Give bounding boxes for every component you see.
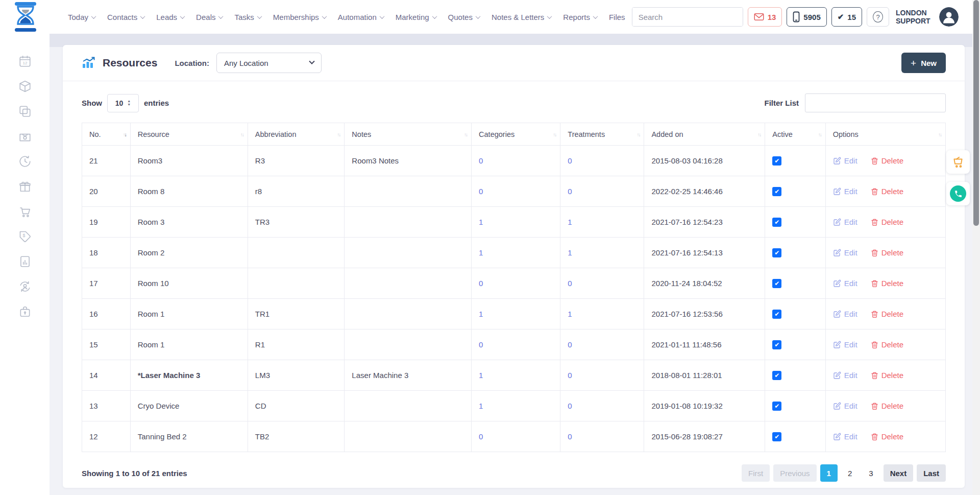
sidebar-item-calendar[interactable]: 12: [18, 54, 32, 68]
cell-treatments-link[interactable]: 0: [568, 156, 572, 165]
sidebar-item-products[interactable]: [18, 79, 32, 93]
column-header-options[interactable]: Options↑↓: [825, 123, 945, 146]
pagination-3[interactable]: 3: [862, 464, 879, 482]
phone-badge[interactable]: 5905: [787, 7, 826, 27]
delete-button[interactable]: Delete: [871, 371, 903, 380]
delete-button[interactable]: Delete: [871, 340, 903, 349]
active-checkbox[interactable]: ✔: [772, 371, 781, 380]
pagination-1[interactable]: 1: [820, 464, 838, 482]
sidebar-item-pricing[interactable]: $: [18, 229, 32, 243]
page-scrollbar[interactable]: [972, 0, 980, 495]
delete-button[interactable]: Delete: [871, 248, 903, 257]
active-checkbox[interactable]: ✔: [772, 279, 781, 288]
edit-button[interactable]: Edit: [833, 371, 857, 380]
delete-button[interactable]: Delete: [871, 310, 903, 318]
pagination-2[interactable]: 2: [841, 464, 859, 482]
column-header-abbreviation[interactable]: Abbreviation↑↓: [248, 123, 345, 146]
nav-item-memberships[interactable]: Memberships: [273, 13, 326, 21]
pagination-next[interactable]: Next: [884, 464, 914, 482]
nav-item-automation[interactable]: Automation: [338, 13, 384, 21]
mail-badge[interactable]: 13: [748, 7, 782, 27]
column-header-added-on[interactable]: Added on↑↓: [644, 123, 765, 146]
delete-button[interactable]: Delete: [871, 218, 903, 226]
active-checkbox[interactable]: ✔: [772, 187, 781, 196]
active-checkbox[interactable]: ✔: [772, 432, 781, 441]
active-checkbox[interactable]: ✔: [772, 248, 781, 257]
cell-categories-link[interactable]: 1: [479, 218, 483, 226]
delete-button[interactable]: Delete: [871, 279, 903, 288]
delete-button[interactable]: Delete: [871, 402, 903, 410]
edit-button[interactable]: Edit: [833, 279, 857, 288]
cell-treatments-link[interactable]: 0: [568, 187, 572, 196]
app-logo-icon[interactable]: [13, 2, 38, 32]
column-header-no-[interactable]: No.↑↓: [82, 123, 131, 146]
sidebar-item-shop[interactable]: [18, 204, 32, 218]
edit-button[interactable]: Edit: [833, 340, 857, 349]
cell-categories-link[interactable]: 0: [479, 156, 483, 165]
cell-categories-link[interactable]: 0: [479, 187, 483, 196]
column-header-resource[interactable]: Resource↑↓: [130, 123, 248, 146]
location-select[interactable]: Any Location: [216, 53, 322, 73]
edit-button[interactable]: Edit: [833, 248, 857, 257]
edit-button[interactable]: Edit: [833, 187, 857, 196]
cell-categories-link[interactable]: 1: [479, 248, 483, 257]
nav-item-contacts[interactable]: Contacts: [107, 13, 144, 21]
edit-button[interactable]: Edit: [833, 218, 857, 226]
delete-button[interactable]: Delete: [871, 187, 903, 196]
pagination-last[interactable]: Last: [917, 464, 946, 482]
nav-item-today[interactable]: Today: [68, 13, 95, 21]
edit-button[interactable]: Edit: [833, 310, 857, 318]
cell-treatments-link[interactable]: 0: [568, 402, 572, 410]
cell-categories-link[interactable]: 0: [479, 432, 483, 441]
pagination-previous[interactable]: Previous: [773, 464, 816, 482]
nav-item-reports[interactable]: Reports: [563, 13, 597, 21]
edit-button[interactable]: Edit: [833, 402, 857, 410]
sidebar-item-security[interactable]: [18, 304, 32, 318]
nav-item-tasks[interactable]: Tasks: [234, 13, 261, 21]
column-header-active[interactable]: Active↑↓: [765, 123, 825, 146]
new-button[interactable]: + New: [901, 53, 946, 73]
cell-treatments-link[interactable]: 1: [568, 310, 572, 318]
column-header-treatments[interactable]: Treatments↑↓: [560, 123, 644, 146]
column-header-notes[interactable]: Notes↑↓: [345, 123, 472, 146]
active-checkbox[interactable]: ✔: [772, 402, 781, 411]
cell-categories-link[interactable]: 0: [479, 340, 483, 349]
active-checkbox[interactable]: ✔: [772, 218, 781, 227]
pagination-first[interactable]: First: [742, 464, 770, 482]
cell-categories-link[interactable]: 0: [479, 279, 483, 288]
floating-cart-button[interactable]: [946, 150, 970, 174]
sidebar-item-vouchers[interactable]: [18, 129, 32, 143]
cell-categories-link[interactable]: 1: [479, 402, 483, 410]
cell-treatments-link[interactable]: 0: [568, 340, 572, 349]
nav-item-quotes[interactable]: Quotes: [448, 13, 480, 21]
nav-item-deals[interactable]: Deals: [196, 13, 223, 21]
edit-button[interactable]: Edit: [833, 432, 857, 441]
active-checkbox[interactable]: ✔: [772, 156, 781, 166]
nav-item-notes-letters[interactable]: Notes & Letters: [492, 13, 551, 21]
cell-categories-link[interactable]: 1: [479, 371, 483, 380]
active-checkbox[interactable]: ✔: [772, 310, 781, 319]
nav-item-files[interactable]: Files: [609, 13, 625, 21]
user-avatar[interactable]: [939, 7, 959, 27]
tasks-badge[interactable]: ✔ 15: [831, 7, 862, 27]
cell-treatments-link[interactable]: 0: [568, 279, 572, 288]
help-button[interactable]: ?: [867, 7, 889, 27]
search-input[interactable]: [632, 8, 743, 26]
cell-treatments-link[interactable]: 1: [568, 248, 572, 257]
filter-input[interactable]: [805, 93, 946, 112]
sidebar-item-duplicate[interactable]: [18, 104, 32, 118]
column-header-categories[interactable]: Categories↑↓: [472, 123, 560, 146]
sidebar-item-contact-sync[interactable]: [18, 279, 32, 293]
cell-treatments-link[interactable]: 1: [568, 218, 572, 226]
floating-phone-button[interactable]: [946, 182, 970, 205]
nav-item-marketing[interactable]: Marketing: [396, 13, 436, 21]
sidebar-item-reports[interactable]: [18, 254, 32, 268]
page-size-select[interactable]: 10 ▲▼: [107, 94, 139, 112]
active-checkbox[interactable]: ✔: [772, 340, 781, 349]
cell-categories-link[interactable]: 1: [479, 310, 483, 318]
sidebar-item-history[interactable]: [18, 154, 32, 168]
edit-button[interactable]: Edit: [833, 156, 857, 165]
cell-treatments-link[interactable]: 0: [568, 371, 572, 380]
delete-button[interactable]: Delete: [871, 156, 903, 165]
scrollbar-thumb[interactable]: [973, 0, 979, 226]
